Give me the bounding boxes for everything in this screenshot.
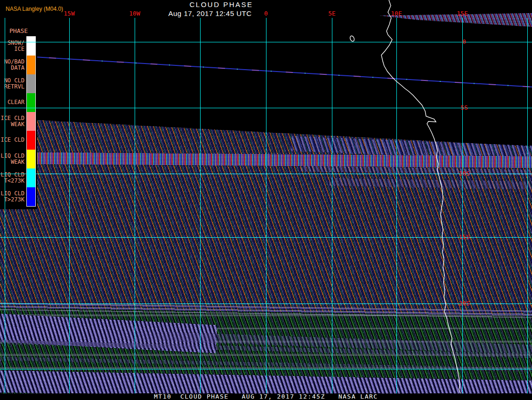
legend-swatch bbox=[27, 187, 35, 206]
parallel-line bbox=[0, 42, 532, 42]
parallel-label: 0 bbox=[462, 39, 466, 45]
legend-swatch bbox=[27, 74, 35, 93]
legend-swatch bbox=[27, 150, 35, 168]
legend-item-label: NO/BAD DATA bbox=[0, 59, 24, 71]
legend-color-bar bbox=[26, 36, 36, 207]
meridian-label: 5E bbox=[328, 10, 336, 17]
legend-swatch bbox=[27, 56, 35, 74]
legend-item-label: LIQ CLD WEAK bbox=[0, 153, 24, 165]
legend-item-label: ICE CLD bbox=[0, 137, 24, 143]
legend-title: PHASE bbox=[9, 28, 28, 34]
credit-label: NASA Langley (M04.0) bbox=[6, 6, 63, 12]
image-datetime: Aug 17, 2017 12:45 UTC bbox=[169, 9, 252, 17]
parallel-line bbox=[0, 108, 532, 108]
orbit-track-line bbox=[35, 56, 532, 88]
legend-swatch bbox=[27, 131, 35, 150]
island-outline bbox=[349, 35, 355, 42]
phase-legend: PHASE SNOW/ ICENO/BAD DATANO CLD RETRVLC… bbox=[0, 26, 37, 209]
parallel-label: 5S bbox=[460, 104, 468, 111]
meridian-label: 0 bbox=[264, 10, 268, 17]
meridian-label: 10W bbox=[129, 10, 140, 17]
legend-swatch bbox=[27, 37, 35, 56]
legend-swatch bbox=[27, 112, 35, 131]
legend-item-label: LIQ CLD T<273K bbox=[0, 172, 24, 184]
legend-item-label: CLEAR bbox=[0, 99, 24, 105]
meridian-label: 15W bbox=[64, 10, 74, 17]
legend-item-label: SNOW/ ICE bbox=[0, 40, 24, 52]
legend-item-label: ICE CLD WEAK bbox=[0, 115, 24, 127]
footer-text: MT10 CLOUD PHASE AUG 17, 2017 12:45Z NAS… bbox=[154, 393, 378, 400]
legend-item-label: LIQ CLD T>273K bbox=[0, 191, 24, 202]
image-title: CLOUD PHASE bbox=[189, 0, 253, 8]
legend-swatch bbox=[27, 168, 35, 187]
cloud-phase-satellite-image: PHASE SNOW/ ICENO/BAD DATANO CLD RETRVLC… bbox=[0, 0, 532, 400]
legend-item-label: NO CLD RETRVL bbox=[0, 78, 24, 89]
data-swath-top-right bbox=[0, 0, 532, 33]
legend-swatch bbox=[27, 93, 35, 112]
footer-bar: MT10 CLOUD PHASE AUG 17, 2017 12:45Z NAS… bbox=[0, 393, 532, 400]
